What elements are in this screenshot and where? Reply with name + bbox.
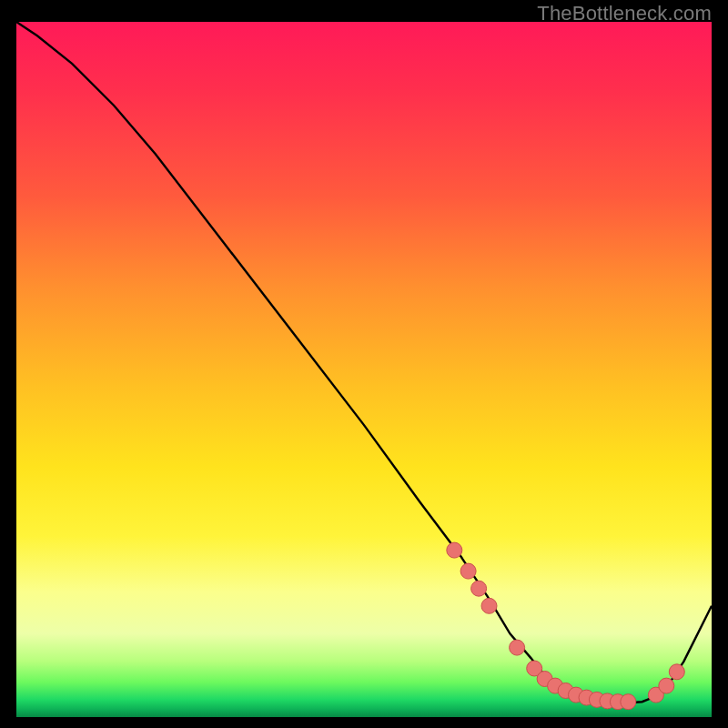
curve-marker [471, 581, 487, 596]
marker-layer [447, 542, 685, 710]
curve-marker [659, 678, 674, 693]
curve-marker [460, 563, 476, 579]
curve-marker [481, 598, 497, 613]
curve-marker [669, 664, 684, 680]
chart-stage: TheBottleneck.com [0, 0, 728, 728]
curve-marker [510, 640, 525, 655]
curve-path [16, 22, 712, 703]
curve-svg [16, 22, 712, 717]
plot-area [16, 22, 712, 717]
curve-marker [621, 694, 636, 710]
curve-marker [447, 542, 462, 558]
